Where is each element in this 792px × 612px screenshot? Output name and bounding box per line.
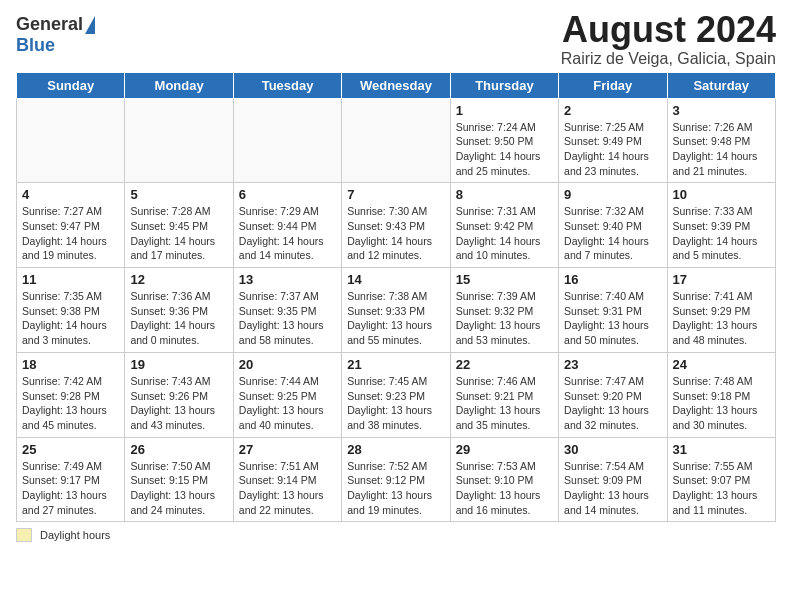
calendar-cell: 5Sunrise: 7:28 AMSunset: 9:45 PMDaylight… <box>125 183 233 268</box>
day-number: 27 <box>239 442 336 457</box>
day-number: 10 <box>673 187 770 202</box>
calendar-cell: 20Sunrise: 7:44 AMSunset: 9:25 PMDayligh… <box>233 352 341 437</box>
calendar-week-row: 1Sunrise: 7:24 AMSunset: 9:50 PMDaylight… <box>17 98 776 183</box>
day-info: Sunrise: 7:25 AMSunset: 9:49 PMDaylight:… <box>564 120 661 179</box>
calendar-cell: 27Sunrise: 7:51 AMSunset: 9:14 PMDayligh… <box>233 437 341 522</box>
day-info: Sunrise: 7:44 AMSunset: 9:25 PMDaylight:… <box>239 374 336 433</box>
calendar-cell: 6Sunrise: 7:29 AMSunset: 9:44 PMDaylight… <box>233 183 341 268</box>
calendar-week-row: 11Sunrise: 7:35 AMSunset: 9:38 PMDayligh… <box>17 268 776 353</box>
day-info: Sunrise: 7:38 AMSunset: 9:33 PMDaylight:… <box>347 289 444 348</box>
day-info: Sunrise: 7:32 AMSunset: 9:40 PMDaylight:… <box>564 204 661 263</box>
day-number: 5 <box>130 187 227 202</box>
calendar-cell: 29Sunrise: 7:53 AMSunset: 9:10 PMDayligh… <box>450 437 558 522</box>
day-number: 19 <box>130 357 227 372</box>
day-info: Sunrise: 7:47 AMSunset: 9:20 PMDaylight:… <box>564 374 661 433</box>
main-title: August 2024 <box>561 10 776 50</box>
day-number: 14 <box>347 272 444 287</box>
day-number: 3 <box>673 103 770 118</box>
calendar-cell: 19Sunrise: 7:43 AMSunset: 9:26 PMDayligh… <box>125 352 233 437</box>
day-number: 15 <box>456 272 553 287</box>
day-number: 28 <box>347 442 444 457</box>
subtitle: Rairiz de Veiga, Galicia, Spain <box>561 50 776 68</box>
day-info: Sunrise: 7:33 AMSunset: 9:39 PMDaylight:… <box>673 204 770 263</box>
day-number: 26 <box>130 442 227 457</box>
day-info: Sunrise: 7:31 AMSunset: 9:42 PMDaylight:… <box>456 204 553 263</box>
weekday-header: Thursday <box>450 72 558 98</box>
logo: General Blue <box>16 14 95 56</box>
day-number: 23 <box>564 357 661 372</box>
day-info: Sunrise: 7:29 AMSunset: 9:44 PMDaylight:… <box>239 204 336 263</box>
day-info: Sunrise: 7:35 AMSunset: 9:38 PMDaylight:… <box>22 289 119 348</box>
day-info: Sunrise: 7:50 AMSunset: 9:15 PMDaylight:… <box>130 459 227 518</box>
day-number: 17 <box>673 272 770 287</box>
calendar-cell: 21Sunrise: 7:45 AMSunset: 9:23 PMDayligh… <box>342 352 450 437</box>
calendar-cell: 16Sunrise: 7:40 AMSunset: 9:31 PMDayligh… <box>559 268 667 353</box>
calendar-week-row: 18Sunrise: 7:42 AMSunset: 9:28 PMDayligh… <box>17 352 776 437</box>
day-info: Sunrise: 7:43 AMSunset: 9:26 PMDaylight:… <box>130 374 227 433</box>
day-number: 1 <box>456 103 553 118</box>
weekday-header: Wednesday <box>342 72 450 98</box>
calendar-cell: 31Sunrise: 7:55 AMSunset: 9:07 PMDayligh… <box>667 437 775 522</box>
calendar-cell <box>342 98 450 183</box>
calendar-cell: 18Sunrise: 7:42 AMSunset: 9:28 PMDayligh… <box>17 352 125 437</box>
header: General Blue August 2024 Rairiz de Veiga… <box>16 10 776 68</box>
weekday-header: Tuesday <box>233 72 341 98</box>
calendar-cell: 11Sunrise: 7:35 AMSunset: 9:38 PMDayligh… <box>17 268 125 353</box>
day-number: 22 <box>456 357 553 372</box>
day-number: 4 <box>22 187 119 202</box>
day-info: Sunrise: 7:51 AMSunset: 9:14 PMDaylight:… <box>239 459 336 518</box>
weekday-header: Saturday <box>667 72 775 98</box>
day-number: 24 <box>673 357 770 372</box>
day-number: 18 <box>22 357 119 372</box>
calendar-cell: 10Sunrise: 7:33 AMSunset: 9:39 PMDayligh… <box>667 183 775 268</box>
logo-blue-text: Blue <box>16 35 55 56</box>
calendar-cell <box>233 98 341 183</box>
day-info: Sunrise: 7:27 AMSunset: 9:47 PMDaylight:… <box>22 204 119 263</box>
day-info: Sunrise: 7:41 AMSunset: 9:29 PMDaylight:… <box>673 289 770 348</box>
calendar-table: SundayMondayTuesdayWednesdayThursdayFrid… <box>16 72 776 523</box>
calendar-cell <box>17 98 125 183</box>
calendar-header-row: SundayMondayTuesdayWednesdayThursdayFrid… <box>17 72 776 98</box>
day-info: Sunrise: 7:54 AMSunset: 9:09 PMDaylight:… <box>564 459 661 518</box>
calendar-cell: 2Sunrise: 7:25 AMSunset: 9:49 PMDaylight… <box>559 98 667 183</box>
day-info: Sunrise: 7:49 AMSunset: 9:17 PMDaylight:… <box>22 459 119 518</box>
calendar-cell: 24Sunrise: 7:48 AMSunset: 9:18 PMDayligh… <box>667 352 775 437</box>
calendar-week-row: 25Sunrise: 7:49 AMSunset: 9:17 PMDayligh… <box>17 437 776 522</box>
calendar-cell: 17Sunrise: 7:41 AMSunset: 9:29 PMDayligh… <box>667 268 775 353</box>
logo-general-text: General <box>16 14 83 35</box>
calendar-cell: 9Sunrise: 7:32 AMSunset: 9:40 PMDaylight… <box>559 183 667 268</box>
page: General Blue August 2024 Rairiz de Veiga… <box>0 0 792 612</box>
day-info: Sunrise: 7:42 AMSunset: 9:28 PMDaylight:… <box>22 374 119 433</box>
day-number: 16 <box>564 272 661 287</box>
calendar-cell: 8Sunrise: 7:31 AMSunset: 9:42 PMDaylight… <box>450 183 558 268</box>
calendar-cell: 3Sunrise: 7:26 AMSunset: 9:48 PMDaylight… <box>667 98 775 183</box>
daylight-icon <box>16 528 32 542</box>
day-info: Sunrise: 7:46 AMSunset: 9:21 PMDaylight:… <box>456 374 553 433</box>
day-info: Sunrise: 7:52 AMSunset: 9:12 PMDaylight:… <box>347 459 444 518</box>
day-number: 20 <box>239 357 336 372</box>
calendar-cell: 4Sunrise: 7:27 AMSunset: 9:47 PMDaylight… <box>17 183 125 268</box>
daylight-label: Daylight hours <box>40 529 110 541</box>
day-info: Sunrise: 7:53 AMSunset: 9:10 PMDaylight:… <box>456 459 553 518</box>
weekday-header: Monday <box>125 72 233 98</box>
day-info: Sunrise: 7:45 AMSunset: 9:23 PMDaylight:… <box>347 374 444 433</box>
day-info: Sunrise: 7:40 AMSunset: 9:31 PMDaylight:… <box>564 289 661 348</box>
calendar-cell: 12Sunrise: 7:36 AMSunset: 9:36 PMDayligh… <box>125 268 233 353</box>
day-number: 9 <box>564 187 661 202</box>
day-number: 30 <box>564 442 661 457</box>
calendar-cell: 30Sunrise: 7:54 AMSunset: 9:09 PMDayligh… <box>559 437 667 522</box>
day-info: Sunrise: 7:28 AMSunset: 9:45 PMDaylight:… <box>130 204 227 263</box>
calendar-cell: 14Sunrise: 7:38 AMSunset: 9:33 PMDayligh… <box>342 268 450 353</box>
day-number: 11 <box>22 272 119 287</box>
day-number: 12 <box>130 272 227 287</box>
calendar-week-row: 4Sunrise: 7:27 AMSunset: 9:47 PMDaylight… <box>17 183 776 268</box>
day-number: 31 <box>673 442 770 457</box>
calendar-cell: 22Sunrise: 7:46 AMSunset: 9:21 PMDayligh… <box>450 352 558 437</box>
day-number: 6 <box>239 187 336 202</box>
day-info: Sunrise: 7:37 AMSunset: 9:35 PMDaylight:… <box>239 289 336 348</box>
day-info: Sunrise: 7:39 AMSunset: 9:32 PMDaylight:… <box>456 289 553 348</box>
day-info: Sunrise: 7:30 AMSunset: 9:43 PMDaylight:… <box>347 204 444 263</box>
day-number: 13 <box>239 272 336 287</box>
weekday-header: Sunday <box>17 72 125 98</box>
calendar-cell: 1Sunrise: 7:24 AMSunset: 9:50 PMDaylight… <box>450 98 558 183</box>
